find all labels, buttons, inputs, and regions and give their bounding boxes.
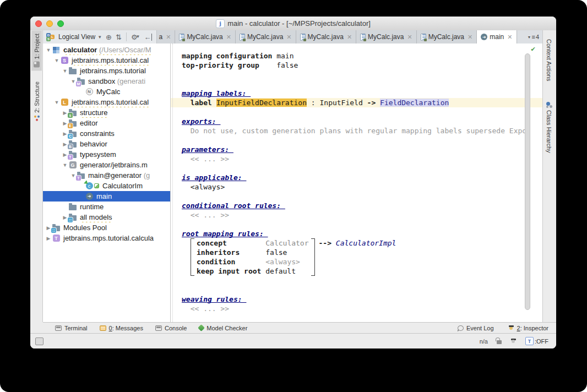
editor-line[interactable]: << ... >> bbox=[182, 210, 542, 220]
expanded-arrow-icon[interactable]: ▼ bbox=[62, 162, 68, 168]
editor-line[interactable] bbox=[182, 192, 542, 201]
tool-button-context-actions[interactable]: Context Actions bbox=[546, 35, 552, 85]
settings-gear-button[interactable]: ⚙▼ bbox=[131, 34, 140, 41]
editor-tab[interactable]: MyCalc.java✕ bbox=[356, 30, 417, 43]
folder-icon bbox=[69, 205, 77, 210]
rule-property-line[interactable]: keep input root default bbox=[197, 266, 309, 276]
tab-close-icon[interactable]: ✕ bbox=[166, 34, 171, 41]
editor-line[interactable] bbox=[182, 70, 542, 79]
tool-button-structure[interactable]: 2: Structure bbox=[31, 78, 42, 124]
tab-label: MyCalc.java bbox=[428, 33, 464, 41]
tree-row-aspect-constraints[interactable]: ▶Cconstraints bbox=[43, 128, 170, 139]
editor-line[interactable]: conditional root rules: bbox=[182, 201, 542, 210]
tree-row-aspect-editor[interactable]: ▶Eeditor bbox=[43, 118, 170, 128]
editor-line[interactable] bbox=[182, 164, 542, 173]
left-tool-stripe: 1: Project2: Structure bbox=[30, 30, 43, 322]
rule-consequence[interactable]: --> CalculatorImpl bbox=[319, 238, 396, 248]
editor-line[interactable] bbox=[182, 276, 542, 285]
editor-line[interactable]: Do not use, custom generation plans with… bbox=[182, 126, 542, 135]
tool-model-checker[interactable]: Model Checker bbox=[199, 325, 247, 331]
tool-event-log[interactable]: Event Log bbox=[458, 325, 494, 331]
tree-row-model-sandbox[interactable]: ▼Msandbox (generati bbox=[43, 76, 170, 86]
hide-panel-button[interactable]: ← bbox=[144, 34, 152, 41]
rule-property-line[interactable]: inheritors false bbox=[197, 248, 309, 257]
toggle-tool-buttons-icon[interactable] bbox=[35, 337, 44, 345]
collapsed-arrow-icon[interactable]: ▶ bbox=[45, 236, 52, 241]
tree-row-language-calculator[interactable]: ▼Ljetbrains.mps.tutorial.cal bbox=[43, 97, 170, 107]
locate-node-button[interactable]: ⊕ bbox=[106, 34, 112, 41]
tree-row-node-mycalc[interactable]: NMyCalc bbox=[43, 86, 170, 97]
tree-row-module-tutorial[interactable]: ▶Tjetbrains.mps.tutorial.calcula bbox=[43, 233, 170, 243]
editor-line[interactable]: is applicable: bbox=[182, 173, 542, 182]
editor-line[interactable] bbox=[182, 135, 542, 145]
expanded-arrow-icon[interactable]: ▼ bbox=[45, 47, 52, 53]
tool-messages[interactable]: 0: Messages bbox=[100, 325, 143, 331]
editor-tab[interactable]: MyCalc.java✕ bbox=[417, 30, 477, 43]
tab-close-icon[interactable]: ✕ bbox=[468, 34, 472, 41]
tool-button-class-hierarchy[interactable]: Class Hierarchy bbox=[546, 97, 552, 157]
editor-line[interactable]: << ... >> bbox=[182, 304, 542, 313]
editor-tab[interactable]: MyCalc.java✕ bbox=[296, 30, 357, 43]
editor-line[interactable]: mapping labels: bbox=[182, 89, 542, 98]
tab-close-icon[interactable]: ✕ bbox=[347, 34, 352, 41]
highlighted-editor-line[interactable]: label InputFieldDeclaration : InputField… bbox=[171, 98, 542, 107]
expanded-arrow-icon[interactable]: ▼ bbox=[53, 58, 60, 63]
editor-line[interactable]: weaving rules: bbox=[182, 295, 542, 304]
editor-pane[interactable]: ✔ mapping configuration maintop-priority… bbox=[171, 43, 542, 322]
tree-row-all-models[interactable]: ▶::all models bbox=[43, 212, 170, 222]
editor-line[interactable] bbox=[182, 285, 542, 295]
chevron-down-icon[interactable]: ▼ bbox=[97, 35, 102, 40]
tree-row-generator-module[interactable]: ▼Ggenerator/jetbrains.m bbox=[43, 160, 170, 170]
editor-line[interactable]: << ... >> bbox=[182, 154, 542, 164]
unlock-icon[interactable] bbox=[497, 340, 502, 344]
tree-row-node-main[interactable]: ➜main bbox=[43, 191, 170, 202]
editor-line[interactable]: root mapping rules: bbox=[182, 229, 542, 238]
hidden-tabs-dropdown[interactable]: ▼ ≡ 4 bbox=[524, 30, 542, 43]
tree-row-node-calculatorimpl[interactable]: cCalculatorIm bbox=[43, 181, 170, 191]
typesystem-toggle[interactable]: T :OFF bbox=[525, 337, 548, 345]
tool-inspector[interactable]: 2: Inspector bbox=[508, 325, 548, 331]
tool-console[interactable]: Console bbox=[155, 325, 187, 331]
tree-row-model-folder[interactable]: ▼jetbrains.mps.tutorial bbox=[43, 66, 170, 76]
minimize-window-button[interactable] bbox=[46, 20, 53, 27]
editor-line[interactable]: exports: bbox=[182, 117, 542, 126]
editor-line[interactable]: <always> bbox=[182, 182, 542, 192]
tree-row-aspect-typesystem[interactable]: ▶Ttypesystem bbox=[43, 149, 170, 160]
tool-terminal[interactable]: Terminal bbox=[55, 325, 88, 331]
tree-row-aspect-structure[interactable]: ▶sstructure bbox=[43, 107, 170, 118]
expanded-arrow-icon[interactable]: ▼ bbox=[53, 100, 60, 105]
tree-row-solution-sandbox[interactable]: ▼Sjetbrains.mps.tutorial.cal bbox=[43, 55, 170, 66]
tab-close-icon[interactable]: ✕ bbox=[286, 34, 291, 41]
tree-row-modules-pool[interactable]: ▶::Modules Pool bbox=[43, 222, 170, 233]
editor-tab[interactable]: MyCalc.java✕ bbox=[175, 30, 236, 43]
tree-row-generator-main-model[interactable]: ▼Tmain@generator (g bbox=[43, 170, 170, 181]
editor-line[interactable]: parameters: bbox=[182, 145, 542, 154]
tool-button-project[interactable]: 1: Project bbox=[31, 30, 42, 70]
editor-line[interactable] bbox=[182, 220, 542, 229]
editor-line[interactable] bbox=[182, 107, 542, 117]
highlighting-level-icon[interactable] bbox=[510, 338, 517, 344]
editor-scrollbar[interactable] bbox=[525, 53, 530, 318]
expanded-arrow-icon[interactable]: ▼ bbox=[62, 68, 68, 74]
view-selector[interactable]: Logical View bbox=[58, 33, 95, 41]
tab-close-icon[interactable]: ✕ bbox=[507, 34, 512, 41]
collapse-all-button[interactable]: ⇅ bbox=[116, 34, 122, 41]
tree-row-project-calculator[interactable]: ▼calculator (/Users/Oscar/M bbox=[43, 45, 170, 55]
editor-line[interactable]: mapping configuration main bbox=[182, 51, 542, 61]
editor-tab[interactable]: MyCalc.java✕ bbox=[236, 30, 296, 43]
rule-property-line[interactable]: concept Calculator bbox=[197, 238, 309, 248]
editor-line[interactable]: top-priority group false bbox=[182, 61, 542, 70]
editor-tab-active[interactable]: ➜main✕ bbox=[477, 30, 517, 43]
scrollbar-thumb[interactable] bbox=[525, 53, 530, 310]
close-window-button[interactable] bbox=[35, 20, 42, 27]
zoom-window-button[interactable] bbox=[57, 20, 64, 27]
tree-row-aspect-behavior[interactable]: ▶Bbehavior bbox=[43, 139, 170, 149]
editor-line[interactable] bbox=[182, 79, 542, 89]
tab-close-icon[interactable]: ✕ bbox=[407, 34, 412, 41]
tab-close-icon[interactable]: ✕ bbox=[226, 34, 231, 41]
rule-property-line[interactable]: condition <always> bbox=[197, 257, 309, 266]
editor-tab-partial[interactable]: a✕ bbox=[157, 30, 175, 43]
root-mapping-rule-box[interactable]: concept Calculatorinheritors falsecondit… bbox=[191, 238, 542, 276]
folder-icon: M bbox=[77, 77, 85, 85]
tree-row-runtime-folder[interactable]: runtime bbox=[43, 202, 170, 212]
